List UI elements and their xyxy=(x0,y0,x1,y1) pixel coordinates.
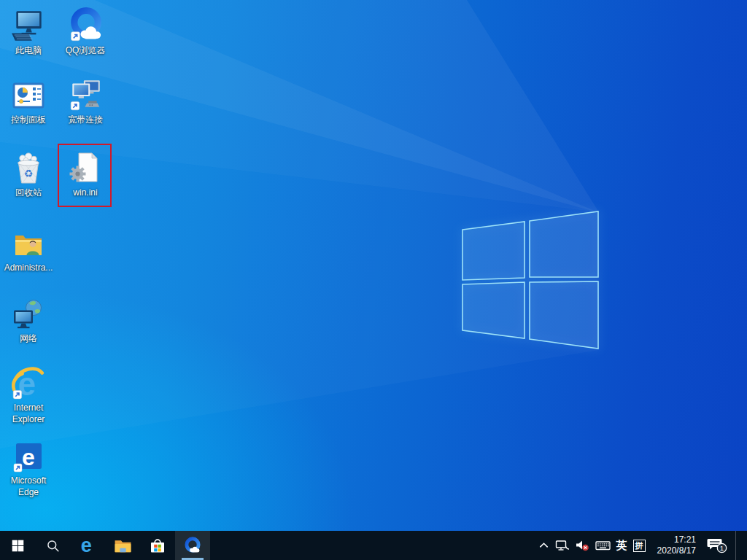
wired-network-icon xyxy=(555,539,570,552)
desktop-icon-recycle-bin[interactable]: ♻ 回收站 xyxy=(0,148,57,199)
this-pc-icon xyxy=(10,7,47,44)
clock-date: 2020/8/17 xyxy=(657,545,696,556)
taskbar-qq-browser-button[interactable] xyxy=(175,531,210,560)
desktop-icon-label: QQ浏览器 xyxy=(57,45,114,57)
desktop-icon-label: Internet Explorer xyxy=(0,402,57,425)
action-center-button[interactable]: 1 xyxy=(706,531,728,560)
touch-keyboard-icon xyxy=(595,539,611,552)
clock-time: 17:21 xyxy=(657,534,696,545)
hidden-icons-chevron[interactable] xyxy=(538,531,549,560)
start-button[interactable] xyxy=(0,531,35,560)
search-button[interactable] xyxy=(35,531,70,560)
notification-icon: 1 xyxy=(706,536,728,555)
ime-language-indicator[interactable]: 英 xyxy=(616,531,627,560)
shortcut-arrow-badge xyxy=(71,32,80,41)
win-ini-file-icon xyxy=(68,151,103,186)
network-icon xyxy=(11,297,46,332)
touch-keyboard-tray-item[interactable] xyxy=(595,531,611,560)
desktop-icon-broadband[interactable]: 宽带连接 xyxy=(57,75,114,126)
desktop-background: 此电脑 控制面板 ♻ 回收站 xyxy=(0,0,747,531)
system-tray: 英 拼 17:21 2020/8/17 1 xyxy=(538,531,747,560)
desktop-icon-internet-explorer[interactable]: e Internet Explorer xyxy=(0,363,57,425)
desktop-icon-label: 此电脑 xyxy=(0,45,57,57)
edge-icon: e xyxy=(78,536,97,555)
qq-browser-icon xyxy=(66,6,104,44)
shortcut-arrow-badge xyxy=(13,390,21,398)
desktop-icon-label: win.ini xyxy=(57,187,114,199)
recycle-bin-icon: ♻ xyxy=(11,151,46,186)
internet-explorer-icon: e xyxy=(10,365,47,401)
desktop-icon-win-ini[interactable]: win.ini xyxy=(57,148,114,199)
windows-logo-wallpaper xyxy=(438,197,627,372)
desktop-icon-label: 网络 xyxy=(0,333,57,345)
ime-mode-indicator[interactable]: 拼 xyxy=(633,531,646,560)
qq-browser-icon xyxy=(183,536,202,555)
desktop-icon-label: Administra... xyxy=(0,262,57,274)
desktop-icon-label: Microsoft Edge xyxy=(0,475,57,498)
edge-e-glyph: e xyxy=(22,444,35,470)
microsoft-edge-icon: e xyxy=(11,439,46,474)
taskbar: e xyxy=(0,531,747,560)
gear-glyph xyxy=(70,166,86,182)
show-desktop-button[interactable] xyxy=(735,531,740,560)
recycle-symbol: ♻ xyxy=(24,168,34,179)
desktop-icon-label: 宽带连接 xyxy=(57,114,114,126)
desktop-icon-network[interactable]: 网络 xyxy=(0,294,57,345)
svg-text:e: e xyxy=(81,536,92,555)
speaker-muted-icon xyxy=(576,539,589,552)
ime-mode-box: 拼 xyxy=(633,540,646,552)
desktop-icon-microsoft-edge[interactable]: e Microsoft Edge xyxy=(0,436,57,498)
shortcut-arrow-badge xyxy=(71,101,79,109)
network-tray-item[interactable] xyxy=(555,531,570,560)
taskbar-clock[interactable]: 17:21 2020/8/17 xyxy=(657,534,696,556)
search-icon xyxy=(46,539,60,553)
user-folder-icon xyxy=(11,226,46,261)
desktop-icon-administrator[interactable]: Administra... xyxy=(0,223,57,274)
desktop-icon-qq-browser[interactable]: QQ浏览器 xyxy=(57,6,114,57)
notification-badge-count: 1 xyxy=(720,544,724,552)
taskbar-file-explorer-button[interactable] xyxy=(105,531,140,560)
control-panel-icon xyxy=(11,78,46,113)
desktop-icon-this-pc[interactable]: 此电脑 xyxy=(0,6,57,57)
taskbar-store-button[interactable] xyxy=(140,531,175,560)
broadband-connection-icon xyxy=(67,77,104,113)
desktop-icon-control-panel[interactable]: 控制面板 xyxy=(0,75,57,126)
chevron-up-icon xyxy=(538,540,549,551)
volume-tray-item[interactable] xyxy=(576,531,589,560)
shortcut-arrow-badge xyxy=(14,464,22,472)
taskbar-empty-area xyxy=(210,531,538,560)
desktop-icon-label: 回收站 xyxy=(0,187,57,199)
desktop-icon-label: 控制面板 xyxy=(0,114,57,126)
windows-start-icon xyxy=(12,540,24,552)
microsoft-store-icon xyxy=(149,537,166,554)
taskbar-edge-button[interactable]: e xyxy=(70,531,105,560)
file-explorer-icon xyxy=(114,537,132,555)
